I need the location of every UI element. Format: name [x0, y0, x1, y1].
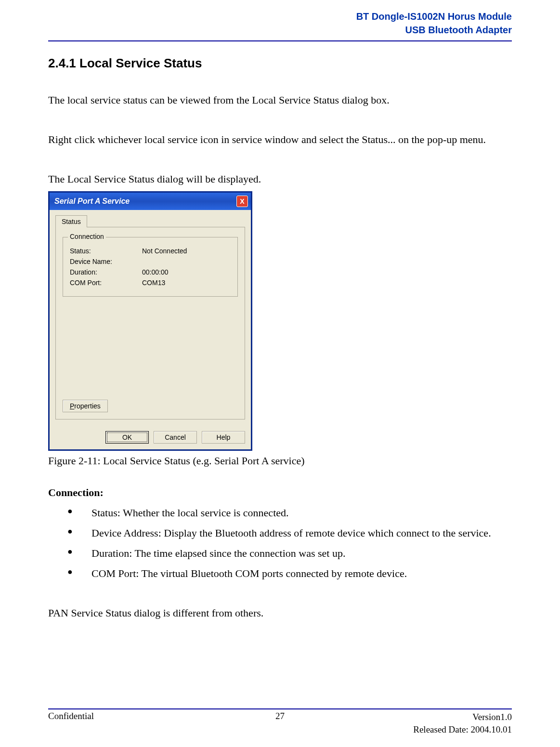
ok-label: OK	[122, 433, 132, 441]
close-button[interactable]: X	[236, 196, 248, 207]
properties-button[interactable]: Properties	[63, 400, 108, 412]
properties-rest: roperties	[74, 402, 100, 410]
paragraph-4: PAN Service Status dialog is different f…	[48, 603, 512, 623]
close-icon: X	[240, 197, 244, 205]
footer-page-number: 27	[48, 711, 512, 721]
dialog-buttons: OK Cancel Help	[50, 425, 251, 449]
tab-panel: Connection Status: Not Connected Device …	[55, 227, 245, 419]
row-device: Device Name:	[70, 258, 231, 265]
ok-button[interactable]: OK	[105, 431, 149, 444]
tab-status[interactable]: Status	[55, 215, 87, 227]
properties-accelerator: P	[70, 402, 74, 410]
cancel-button[interactable]: Cancel	[154, 431, 197, 444]
paragraph-3: The Local Service Status dialog will be …	[48, 169, 512, 189]
header-line-1: BT Dongle-IS1002N Horus Module	[48, 10, 512, 23]
groupbox-connection: Connection Status: Not Connected Device …	[63, 237, 238, 297]
header-rule	[48, 40, 512, 41]
list-item: Status: Whether the local service is con…	[67, 503, 512, 523]
footer-date: Released Date: 2004.10.01	[413, 723, 512, 736]
connection-heading: Connection:	[48, 486, 512, 499]
row-status: Status: Not Connected	[70, 247, 231, 255]
header-line-2: USB Bluetooth Adapter	[48, 23, 512, 37]
section-number: 2.4.1	[48, 56, 76, 70]
comport-value: COM13	[142, 279, 165, 287]
dialog-title: Serial Port A Service	[54, 197, 130, 206]
paragraph-2: Right click whichever local service icon…	[48, 130, 512, 150]
status-value: Not Connected	[142, 247, 187, 255]
tab-label: Status	[62, 218, 81, 225]
help-button[interactable]: Help	[202, 431, 245, 444]
device-label: Device Name:	[70, 258, 142, 265]
comport-label: COM Port:	[70, 279, 142, 287]
page-footer: Confidential 27 Version1.0 Released Date…	[48, 711, 512, 736]
help-label: Help	[217, 433, 231, 441]
section-title: Local Service Status	[79, 56, 202, 70]
paragraph-1: The local service status can be viewed f…	[48, 90, 512, 110]
groupbox-legend: Connection	[68, 233, 106, 240]
figure-caption: Figure 2-11: Local Service Status (e.g. …	[48, 455, 512, 467]
bullet-list: Status: Whether the local service is con…	[67, 503, 512, 583]
section-heading: 2.4.1 Local Service Status	[48, 56, 512, 71]
dialog-window: Serial Port A Service X Status Connectio…	[48, 191, 252, 451]
list-item: Device Address: Display the Bluetooth ad…	[67, 523, 512, 543]
list-item: COM Port: The virtual Bluetooth COM port…	[67, 564, 512, 584]
row-comport: COM Port: COM13	[70, 279, 231, 287]
dialog-body: Status Connection Status: Not Connected …	[50, 210, 251, 425]
status-label: Status:	[70, 247, 142, 255]
duration-value: 00:00:00	[142, 268, 169, 276]
list-item: Duration: The time elapsed since the con…	[67, 543, 512, 564]
row-duration: Duration: 00:00:00	[70, 268, 231, 276]
page-header: BT Dongle-IS1002N Horus Module USB Bluet…	[48, 0, 512, 40]
footer-rule	[48, 708, 512, 709]
dialog-titlebar[interactable]: Serial Port A Service X	[50, 193, 251, 210]
cancel-label: Cancel	[165, 433, 186, 441]
duration-label: Duration:	[70, 268, 142, 276]
